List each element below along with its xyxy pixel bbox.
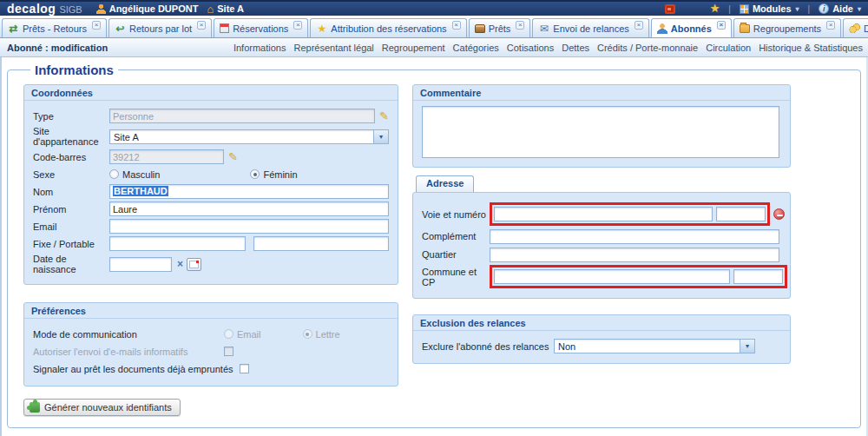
- close-icon[interactable]: ×: [293, 21, 302, 30]
- chevron-down-icon[interactable]: ▾: [373, 130, 388, 143]
- tab-retours-par-lot[interactable]: ↩ Retours par lot ×: [108, 18, 212, 37]
- link-circulation[interactable]: Circulation: [706, 43, 751, 53]
- voie-numero-label: Voie et numéro: [422, 209, 490, 220]
- close-icon[interactable]: ×: [197, 21, 206, 30]
- tab-abonnes[interactable]: Abonnés ×: [651, 18, 732, 37]
- signaler-pret-checkbox[interactable]: [240, 364, 249, 373]
- link-cotisations[interactable]: Cotisations: [507, 43, 554, 53]
- tab-attribution-reservations[interactable]: ★ Attribution des réservations ×: [310, 18, 466, 37]
- commune-field[interactable]: [494, 269, 730, 284]
- complement-field[interactable]: [490, 229, 779, 244]
- commentaire-textarea[interactable]: [422, 106, 779, 158]
- mode-communication-label: Mode de communication: [33, 329, 224, 340]
- separator: |: [808, 4, 811, 14]
- close-icon[interactable]: ×: [516, 21, 524, 30]
- tab-dettes-reglements[interactable]: Dettes & Règlements ×: [843, 18, 868, 37]
- logout-icon[interactable]: [665, 4, 675, 14]
- tab-label: Envoi de relances: [553, 23, 628, 34]
- adresse-section: Adresse Voie et numéro: [412, 192, 791, 299]
- cp-field[interactable]: [733, 269, 783, 284]
- generate-ids-button[interactable]: Générer nouveaux identifiants: [23, 399, 181, 416]
- loan-return-icon: ⇄: [8, 23, 19, 34]
- close-icon[interactable]: ×: [717, 21, 726, 30]
- autoriser-emails-checkbox: [224, 347, 233, 356]
- user-icon: [96, 4, 106, 14]
- sexe-label: Sexe: [33, 169, 109, 180]
- date-naissance-label: Date de naissance: [33, 254, 109, 274]
- person-icon: [657, 23, 667, 34]
- panel-title: Exclusion des relances: [413, 315, 790, 331]
- user-name: Angélique DUPONT: [109, 3, 199, 14]
- exclure-relances-select[interactable]: Non ▾: [554, 339, 755, 353]
- close-icon[interactable]: ×: [452, 21, 461, 30]
- link-credits-porte-monnaie[interactable]: Crédits / Porte-monnaie: [597, 43, 698, 53]
- link-informations[interactable]: Informations: [233, 43, 286, 53]
- help-menu[interactable]: i Aide ▾: [819, 3, 861, 14]
- modules-grid-icon: [740, 4, 749, 14]
- select-value: Non: [555, 340, 740, 353]
- voie-field[interactable]: [494, 207, 713, 221]
- feminin-radio[interactable]: [250, 169, 260, 179]
- link-dettes[interactable]: Dettes: [562, 43, 589, 53]
- current-user[interactable]: Angélique DUPONT: [96, 3, 199, 14]
- section-links: Informations Représentant légal Regroupe…: [233, 43, 863, 53]
- tab-prets-retours[interactable]: ⇄ Prêts - Retours ×: [2, 18, 107, 37]
- portable-field[interactable]: [253, 236, 390, 251]
- quartier-label: Quartier: [422, 249, 490, 260]
- adresse-tab[interactable]: Adresse: [416, 175, 474, 192]
- fixe-field[interactable]: [109, 236, 246, 251]
- type-label: Type: [33, 111, 109, 122]
- select-value: Site A: [110, 130, 373, 143]
- nom-field[interactable]: BERTHAUD: [109, 184, 389, 199]
- modules-menu[interactable]: Modules ▾: [740, 3, 799, 14]
- lettre-option-label: Lettre: [316, 329, 340, 340]
- exclusion-relances-panel: Exclusion des relances Exclure l'abonné …: [412, 314, 791, 364]
- chevron-down-icon[interactable]: ▾: [740, 340, 754, 353]
- tab-reservations[interactable]: Réservations ×: [214, 18, 308, 37]
- site-appartenance-label: Site d'appartenance: [33, 126, 109, 147]
- site-appartenance-select[interactable]: Site A ▾: [109, 129, 389, 144]
- envelope-icon: ✉: [538, 23, 549, 34]
- close-icon[interactable]: ×: [826, 21, 835, 30]
- calendar-picker-icon[interactable]: [187, 258, 201, 271]
- app-header: decalog SIGB Angélique DUPONT ⌂ Site A ★…: [0, 0, 868, 16]
- calendar-icon: [220, 23, 229, 33]
- email-option-label: Email: [237, 329, 261, 340]
- link-representant-legal[interactable]: Représentant légal: [293, 43, 373, 53]
- tab-label: Prêts: [489, 23, 511, 34]
- quartier-field[interactable]: [490, 248, 779, 262]
- help-label: Aide: [832, 3, 853, 14]
- email-label: Email: [33, 221, 109, 232]
- tab-label: Réservations: [233, 23, 288, 34]
- tab-regroupements[interactable]: Regroupements ×: [733, 18, 841, 37]
- close-icon[interactable]: ×: [635, 21, 643, 30]
- link-categories[interactable]: Catégories: [453, 43, 499, 53]
- masculin-radio[interactable]: [109, 169, 119, 179]
- clear-date-icon[interactable]: ×: [177, 258, 183, 270]
- tab-label: Attribution des réservations: [331, 23, 446, 34]
- chevron-down-icon: ▾: [858, 5, 861, 13]
- current-site[interactable]: ⌂ Site A: [207, 3, 244, 14]
- close-icon[interactable]: ×: [92, 21, 101, 30]
- prenom-label: Prénom: [33, 204, 109, 215]
- type-field: [109, 109, 375, 123]
- remove-address-icon[interactable]: [773, 208, 785, 220]
- modules-label: Modules: [753, 3, 792, 14]
- date-naissance-field[interactable]: [109, 257, 172, 272]
- link-regroupement[interactable]: Regroupement: [382, 43, 445, 53]
- commune-highlight-box: [490, 265, 787, 288]
- tab-envoi-relances[interactable]: ✉ Envoi de relances ×: [532, 18, 648, 37]
- site-name: Site A: [217, 3, 244, 14]
- favorites-star-icon[interactable]: ★: [710, 3, 720, 14]
- edit-barcode-pencil-icon[interactable]: ✎: [228, 152, 238, 162]
- edit-type-pencil-icon[interactable]: ✎: [379, 111, 389, 122]
- numero-field[interactable]: [716, 207, 766, 221]
- link-historique-statistiques[interactable]: Historique & Statistiques: [759, 43, 863, 53]
- coordonnees-panel: Coordonnées Type ✎ Site d'appartenance: [23, 84, 398, 285]
- email-field[interactable]: [109, 219, 389, 234]
- tab-label: Abonnés: [671, 23, 712, 34]
- tab-prets[interactable]: Prêts ×: [469, 18, 531, 37]
- complement-label: Complément: [422, 231, 490, 241]
- prenom-field[interactable]: [109, 201, 389, 216]
- generate-ids-label: Générer nouveaux identifiants: [44, 402, 172, 413]
